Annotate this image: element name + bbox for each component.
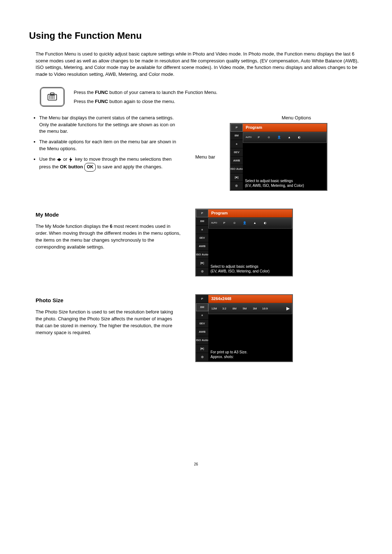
bullet-list: The Menu bar displays the current status… [36, 115, 181, 172]
mb-metering: [■] [230, 173, 243, 182]
lcd2-title: Program [208, 209, 292, 218]
opt-portrait-icon: 👤 [241, 221, 248, 226]
svg-point-5 [58, 160, 60, 161]
mb-color: ◎ [230, 182, 243, 190]
photosize-text: The Photo Size function is used to set t… [36, 309, 181, 336]
mb-8m: 8M [230, 132, 243, 140]
arrow-right-icon: ▶ [286, 305, 290, 312]
opt-8m: 8M [231, 306, 238, 311]
func-instructions: Press the FUNC button of your camera to … [74, 87, 217, 107]
mb-iso: ISO Auto [230, 165, 243, 173]
lcd2-menubar: P 8M ± 0EV AWB ISO Auto [■] ◎ [196, 209, 208, 276]
opt-portrait-icon: 👤 [276, 135, 282, 140]
page-title: Using the Function Menu [29, 29, 363, 43]
opt-auto-icon: AUTO [211, 221, 217, 226]
mb-awb: AWB [230, 157, 243, 165]
mymode-text: The My Mode function displays the 6 most… [36, 223, 181, 250]
svg-rect-0 [48, 94, 57, 100]
mb-p: P [230, 124, 243, 132]
lcd1-footer: Select to adjust basic settings (EV, AWB… [243, 177, 327, 190]
opt-5m: 5M [241, 306, 248, 311]
mb-ev: 0EV [230, 148, 243, 157]
lcd1-options: AUTO P ☺ 👤 ▲ ◐ [243, 132, 327, 143]
ok-button-icon: OK [84, 163, 96, 172]
bullet-1: The Menu bar displays the current status… [39, 115, 181, 135]
func-button-icon [40, 87, 65, 107]
lcd2-options: AUTO P ☺ 👤 ▲ ◐ [208, 218, 292, 229]
macro-icon [57, 157, 62, 162]
intro-paragraph: The Function Menu is used to quickly adj… [36, 51, 363, 78]
opt-12m: 12M [211, 306, 217, 311]
opt-3m: 3M [252, 306, 258, 311]
lcd-panel-3: P 8M ± 0EV AWB ISO Auto [■] ◎ 3264x2448 … [195, 294, 293, 362]
lcd-panel-1: P 8M ± 0EV AWB ISO Auto [■] ◎ Program AU… [230, 123, 327, 191]
opt-32: 3:2 [221, 306, 228, 311]
bullet-2: The available options for each item on t… [39, 139, 181, 152]
flash-icon [69, 157, 74, 162]
opt-smile-icon: ☺ [231, 221, 238, 226]
opt-landscape-icon: ▲ [286, 135, 293, 140]
lcd1-menubar: P 8M ± 0EV AWB ISO Auto [■] ◎ [230, 124, 243, 190]
mymode-heading: My Mode [36, 211, 181, 219]
opt-p-icon: P [221, 221, 228, 226]
photosize-heading: Photo Size [36, 296, 181, 304]
opt-169: 16:9 [262, 306, 268, 311]
lcd-panel-2: P 8M ± 0EV AWB ISO Auto [■] ◎ Program AU… [195, 209, 293, 276]
lcd2-footer: Select to adjust basic settings (EV, AWB… [208, 263, 292, 276]
lcd1-title: Program [243, 124, 327, 132]
opt-p-icon: P [256, 135, 262, 140]
mb-quality: ± [230, 140, 243, 148]
lcd3-title: 3264x2448 [208, 295, 292, 303]
svg-rect-1 [50, 93, 54, 95]
opt-auto-icon: AUTO [245, 135, 252, 140]
page-number: 26 [29, 462, 363, 467]
lcd3-footer: For print up to A3 Size. Approx. shots: [208, 348, 292, 361]
lcd3-menubar: P 8M ± 0EV AWB ISO Auto [■] ◎ [196, 295, 208, 361]
opt-sport-icon: ◐ [296, 135, 303, 140]
lcd3-options: 12M 3:2 8M 5M 3M 16:9 ▶ [208, 303, 292, 314]
bullet-3: Use the or key to move through the menu … [39, 156, 181, 172]
menu-bar-label: Menu bar [195, 154, 215, 161]
menu-options-label: Menu Options [230, 115, 363, 122]
opt-landscape-icon: ▲ [252, 221, 258, 226]
opt-sport-icon: ◐ [262, 221, 268, 226]
opt-smile-icon: ☺ [266, 135, 272, 140]
